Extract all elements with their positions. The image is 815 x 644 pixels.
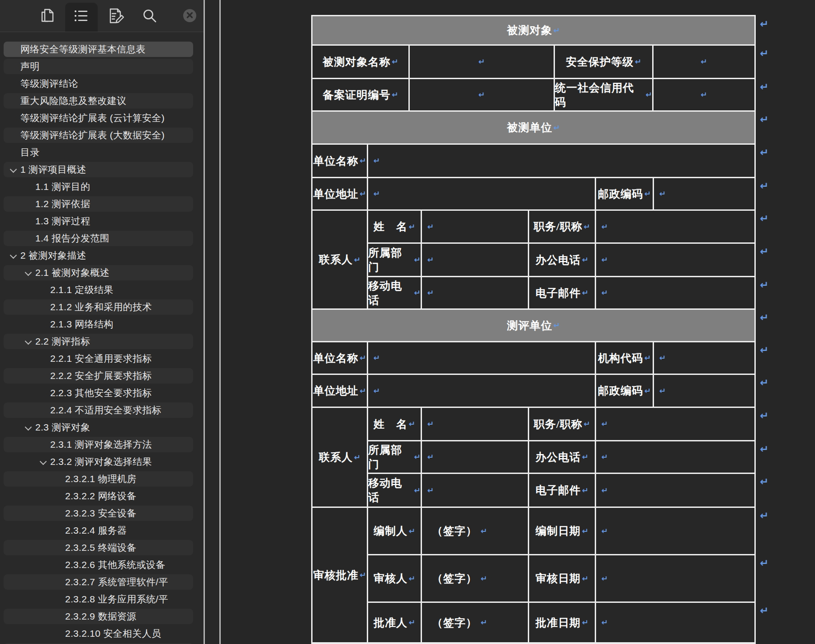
outline-item[interactable]: 2.3 测评对象: [4, 420, 193, 435]
outline-item[interactable]: 2 被测对象描述: [4, 248, 193, 263]
outline-item[interactable]: 2.3.1 测评对象选择方法: [4, 437, 193, 452]
outline-item[interactable]: 2.3.2.5 终端设备: [4, 540, 193, 555]
label-cell-eval-unit-address[interactable]: 单位地址↵: [313, 375, 367, 407]
value-cell-name[interactable]: ↵: [422, 211, 528, 242]
outline-item[interactable]: 2.3.2.1 物理机房: [4, 471, 193, 487]
chevron-down-icon[interactable]: [9, 166, 17, 174]
outline-item[interactable]: 目录: [4, 145, 193, 160]
outline-item[interactable]: 声明: [4, 59, 193, 74]
value-cell-title[interactable]: ↵: [596, 211, 754, 242]
label-cell-mobile[interactable]: 移动电话↵: [368, 277, 421, 308]
label-cell-review-date[interactable]: 审核日期↵: [529, 555, 595, 601]
value-cell-email[interactable]: ↵: [596, 277, 754, 308]
label-cell-record-number[interactable]: 备案证明编号↵: [313, 79, 408, 110]
label-cell-name[interactable]: 姓 名↵: [368, 211, 421, 242]
value-cell-title[interactable]: ↵: [596, 408, 754, 440]
outline-item[interactable]: 2.3.2.10 安全相关人员: [4, 626, 193, 641]
outline-item[interactable]: 2.3.2.9 数据资源: [4, 609, 193, 624]
label-cell-contact[interactable]: 联系人↵: [313, 211, 367, 308]
outline-tab[interactable]: [73, 8, 89, 24]
label-cell-office-phone[interactable]: 办公电话↵: [529, 244, 595, 276]
outline-item[interactable]: 2.1.3 网络结构: [4, 317, 193, 332]
outline-item[interactable]: 2.2.2 安全扩展要求指标: [4, 368, 193, 384]
outline-item[interactable]: 2.2.3 其他安全要求指标: [4, 385, 193, 401]
label-cell-email[interactable]: 电子邮件↵: [529, 277, 595, 308]
outline-item[interactable]: 2.1 被测对象概述: [4, 265, 193, 280]
outline-item[interactable]: 1.2 测评依据: [4, 196, 193, 212]
outline-item[interactable]: 2.2.1 安全通用要求指标: [4, 351, 193, 366]
label-cell-title[interactable]: 职务/职称↵: [529, 408, 595, 440]
value-cell-prepare-date[interactable]: ↵: [596, 508, 754, 554]
value-cell-unit-name[interactable]: ↵: [368, 145, 754, 177]
outline-item[interactable]: 1.4 报告分发范围: [4, 231, 193, 246]
label-cell-reviewer[interactable]: 审核人↵: [368, 555, 421, 601]
value-cell-department[interactable]: ↵: [422, 244, 528, 276]
label-cell-object-name[interactable]: 被测对象名称↵: [313, 46, 408, 78]
value-cell-protection-level[interactable]: ↵: [654, 46, 754, 78]
outline-item[interactable]: 2.3.2.6 其他系统或设备: [4, 557, 193, 573]
section-header-evaluation-unit[interactable]: 测评单位↵: [313, 310, 754, 341]
label-cell-mobile[interactable]: 移动电话↵: [368, 474, 421, 507]
value-cell-org-code[interactable]: ↵: [654, 342, 754, 374]
annotations-tab[interactable]: [108, 8, 124, 24]
label-cell-eval-unit-name[interactable]: 单位名称↵: [313, 342, 367, 374]
outline-item[interactable]: 2.3.2 测评对象选择结果: [4, 454, 193, 469]
outline-item[interactable]: 网络安全等级测评基本信息表: [4, 42, 193, 57]
search-tab[interactable]: [142, 8, 158, 24]
close-sidebar-button[interactable]: [183, 9, 196, 22]
outline-item[interactable]: 1.3 测评过程: [4, 213, 193, 229]
section-header-tested-unit[interactable]: 被测单位↵: [313, 112, 754, 143]
value-cell-eval-unit-name[interactable]: ↵: [368, 342, 595, 374]
outline-item[interactable]: 2.3.2.2 网络设备: [4, 488, 193, 504]
outline-item[interactable]: 2.1.2 业务和采用的技术: [4, 299, 193, 315]
label-cell-approve-date[interactable]: 批准日期↵: [529, 603, 595, 642]
value-cell-office-phone[interactable]: ↵: [596, 441, 754, 473]
label-cell-approver[interactable]: 批准人↵: [368, 603, 421, 642]
signature-cell-approver[interactable]: （签字）↵: [422, 603, 528, 642]
label-cell-name[interactable]: 姓 名↵: [368, 408, 421, 440]
label-cell-department[interactable]: 所属部门↵: [368, 244, 421, 276]
value-cell-record-number[interactable]: ↵: [410, 79, 554, 110]
label-cell-protection-level[interactable]: 安全保护等级↵: [555, 46, 652, 78]
label-cell-office-phone[interactable]: 办公电话↵: [529, 441, 595, 473]
value-cell-review-date[interactable]: ↵: [596, 555, 754, 601]
chevron-down-icon[interactable]: [24, 338, 32, 346]
label-cell-preparer[interactable]: 编制人↵: [368, 508, 421, 554]
value-cell-department[interactable]: ↵: [422, 441, 528, 473]
document-outline[interactable]: 网络安全等级测评基本信息表声明等级测评结论重大风险隐患及整改建议等级测评结论扩展…: [0, 32, 204, 644]
value-cell-object-name[interactable]: ↵: [410, 46, 554, 78]
outline-item[interactable]: 2.3.2.7 系统管理软件/平: [4, 574, 193, 590]
value-cell-office-phone[interactable]: ↵: [596, 244, 754, 276]
pane-splitter[interactable]: [204, 0, 205, 644]
outline-item[interactable]: 1 测评项目概述: [4, 162, 193, 177]
chevron-down-icon[interactable]: [24, 269, 32, 277]
label-cell-eval-postal-code[interactable]: 邮政编码↵: [596, 375, 653, 407]
outline-item[interactable]: 等级测评结论扩展表 (大数据安全): [4, 128, 193, 143]
chevron-down-icon[interactable]: [24, 424, 32, 432]
label-cell-contact[interactable]: 联系人↵: [313, 408, 367, 507]
thumbnails-tab[interactable]: [39, 8, 56, 24]
label-cell-email[interactable]: 电子邮件↵: [529, 474, 595, 507]
value-cell-mobile[interactable]: ↵: [422, 474, 528, 507]
label-cell-department[interactable]: 所属部门↵: [368, 441, 421, 473]
label-cell-unit-address[interactable]: 单位地址↵: [313, 178, 367, 209]
value-cell-credit-code[interactable]: ↵: [654, 79, 754, 110]
label-cell-credit-code[interactable]: 统一社会信用代码↵: [555, 79, 652, 110]
outline-item[interactable]: 2.2 测评指标: [4, 334, 193, 349]
label-cell-title[interactable]: 职务/职称↵: [529, 211, 595, 242]
outline-item[interactable]: 1.1 测评目的: [4, 179, 193, 194]
chevron-down-icon[interactable]: [39, 458, 47, 466]
document-canvas[interactable]: 被测对象↵ 被测对象名称↵ ↵ 安全保护等级↵ ↵ 备案证明编号↵ ↵: [221, 0, 815, 644]
outline-item[interactable]: 等级测评结论: [4, 76, 193, 91]
value-cell-approve-date[interactable]: ↵: [596, 603, 754, 642]
label-cell-postal-code[interactable]: 邮政编码↵: [596, 178, 653, 209]
label-cell-approval[interactable]: 审核批准↵: [313, 508, 367, 642]
label-cell-unit-name[interactable]: 单位名称↵: [313, 145, 367, 177]
value-cell-eval-unit-address[interactable]: ↵: [368, 375, 595, 407]
outline-item[interactable]: 2.3.2.4 服务器: [4, 523, 193, 538]
outline-item[interactable]: 2.1.1 定级结果: [4, 282, 193, 298]
outline-item[interactable]: 2.3.2.8 业务应用系统/平: [4, 592, 193, 607]
value-cell-email[interactable]: ↵: [596, 474, 754, 507]
value-cell-name[interactable]: ↵: [422, 408, 528, 440]
value-cell-unit-address[interactable]: ↵: [368, 178, 595, 209]
